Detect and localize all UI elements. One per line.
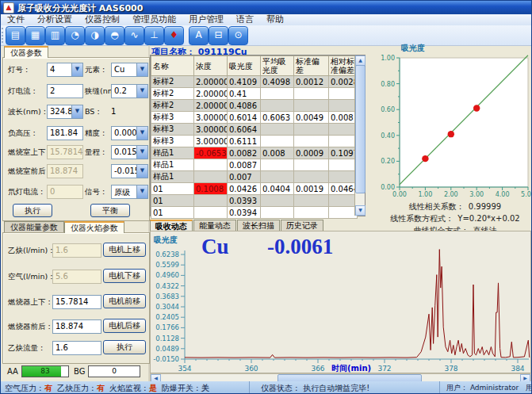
cell-concentration (194, 207, 228, 219)
cell-concentration: 3.00000 (194, 124, 228, 136)
table-row[interactable]: 标样33.000000.60140.60630.00490.008 (151, 112, 358, 124)
save-file-icon[interactable]: ▥ (45, 26, 65, 45)
menu-analysis-settings[interactable]: 分析设置 (31, 14, 78, 25)
user-status: 用户： Administrator 用户类型： Administrator (440, 381, 532, 394)
chevron-down-icon[interactable]: ▼ (136, 63, 147, 76)
param-row: 氘灯电流：0信号：原级▼ (3, 185, 149, 199)
param-combo[interactable]: 0.0150▼ (111, 145, 148, 159)
table-row[interactable]: 样品1-0.06530.00820.0080.00090.1097 (151, 147, 358, 159)
results-table[interactable]: 名称浓度吸光度平均吸光度标准偏差相对标准偏差标样22.000000.41090.… (151, 55, 358, 219)
flame-param-input[interactable]: 15.7814 (52, 295, 101, 309)
table-row[interactable]: 010.10080.04260.04040.00190.0464 (151, 183, 358, 195)
param-combo[interactable]: Cu▼ (111, 63, 148, 77)
chevron-down-icon[interactable]: ▼ (71, 105, 82, 118)
param-combo[interactable]: 0.2▼ (111, 84, 148, 98)
field-value: 4 (50, 65, 55, 74)
table-scroll-thumb[interactable] (355, 65, 366, 193)
menu-file[interactable]: 文件 (1, 14, 31, 25)
param-input[interactable]: 2 (47, 84, 83, 98)
status-flag-value: 是 (149, 384, 157, 392)
svg-text:-0.0150: -0.0150 (153, 355, 179, 363)
param-input: 15.7814 (47, 145, 83, 159)
param-label: 氘灯电流： (8, 187, 46, 197)
scroll-down-icon[interactable]: ▼ (355, 205, 366, 216)
table-row[interactable]: 标样22.000000.4086 (151, 100, 358, 112)
energy-meter-icon[interactable]: ◑ (85, 26, 105, 45)
param-combo[interactable]: -0.0150▼ (111, 164, 148, 178)
column-header[interactable]: 平均吸光度 (261, 56, 294, 76)
column-header[interactable]: 吸光度 (228, 56, 261, 76)
tab-energy-params[interactable]: 仪器能量参数 (4, 221, 64, 233)
table-row[interactable]: 标样33.000000.6064 (151, 124, 358, 136)
balance-button[interactable]: 平衡 (90, 204, 130, 217)
motor-button[interactable]: 电机前移 (103, 294, 146, 308)
menu-help[interactable]: 帮助 (260, 14, 290, 25)
tab-instrument-params[interactable]: 仪器参数 (4, 46, 48, 58)
svg-text:2.00: 2.00 (444, 191, 458, 197)
table-row[interactable]: 标样22.000000.41090.40980.00120.0028 (151, 76, 358, 88)
chevron-down-icon[interactable]: ▼ (136, 186, 147, 198)
tab-history[interactable]: 历史记录 (281, 220, 323, 231)
column-header[interactable]: 相对标准偏差 (329, 56, 358, 76)
param-combo[interactable]: 0.0000▼ (111, 126, 148, 140)
menu-bar: 文件分析设置仪器控制管理员功能用户管理语言帮助 (1, 14, 532, 25)
cell-std-dev: 0.0012 (294, 76, 329, 88)
table-row[interactable]: 样品10.007 (151, 171, 358, 183)
burner-align-icon[interactable]: ⊥ (144, 26, 164, 45)
table-row[interactable]: 标样33.000000.6111 (151, 136, 358, 147)
status-flag-label: 火焰监视： (109, 384, 149, 392)
new-file-icon[interactable]: ▤ (6, 26, 25, 45)
cell-name: 01 (151, 207, 194, 219)
param-combo[interactable]: 4▼ (47, 63, 83, 77)
tab-wavelength-scan[interactable]: 波长扫描 (237, 220, 280, 231)
column-header[interactable]: 标准偏差 (294, 56, 329, 76)
param-input[interactable]: 181.84 (47, 126, 83, 140)
table-row[interactable]: 标样22.000000.41 (151, 88, 358, 100)
motor-button[interactable]: 执行 (103, 340, 146, 354)
menu-instrument-control[interactable]: 仪器控制 (78, 14, 126, 25)
field-value: 15.7814 (50, 147, 82, 156)
column-header[interactable]: 名称 (151, 56, 194, 76)
motor-button[interactable]: 电机下移 (103, 269, 146, 283)
chevron-down-icon[interactable]: ▼ (136, 165, 147, 178)
chevron-down-icon[interactable]: ▼ (136, 146, 147, 159)
param-combo[interactable]: 原级▼ (111, 185, 148, 199)
open-file-icon[interactable]: ▦ (25, 26, 45, 45)
results-table-wrap: 名称浓度吸光度平均吸光度标准偏差相对标准偏差标样22.000000.41090.… (150, 55, 366, 216)
bottom-tabs: 吸收动态能量动态波长扫描历史记录 (150, 220, 324, 231)
table-row[interactable]: 样品10.0087 (151, 159, 358, 171)
tab-energy-dynamic[interactable]: 能量动态 (193, 220, 236, 231)
tab-absorption-dynamic[interactable]: 吸收动态 (150, 220, 193, 231)
field-value: 0 (50, 187, 55, 196)
column-header[interactable]: 浓度 (194, 56, 228, 76)
gain-meter-icon[interactable]: ◓ (105, 26, 124, 45)
menu-language[interactable]: 语言 (230, 14, 260, 25)
flame-param-input[interactable]: 1.6 (52, 341, 101, 355)
table-vertical-scrollbar[interactable]: ▲ ▼ (354, 55, 365, 216)
cell-absorbance: 0.0394 (228, 207, 261, 219)
chevron-down-icon[interactable]: ▼ (136, 85, 147, 98)
instrument-status: 仪器状态： 执行自动增益完毕! (250, 381, 440, 394)
execute-button[interactable]: 执行 (13, 204, 52, 217)
motor-button[interactable]: 电机后移 (103, 319, 146, 333)
flame-ignite-icon[interactable]: ♦ (164, 26, 184, 45)
tab-flame-params[interactable]: 仪器火焰参数 (64, 221, 124, 233)
power-icon[interactable]: ⊙ (228, 26, 248, 45)
lamp-meter-icon[interactable]: ◔ (65, 26, 85, 45)
motor-button[interactable]: 电机上移 (103, 243, 146, 257)
status-flag-value: 关 (201, 384, 209, 392)
lamp-position-icon[interactable]: ⊟ (209, 26, 228, 45)
menu-user-management[interactable]: 用户管理 (182, 14, 230, 25)
table-row[interactable]: 010.0394 (151, 207, 358, 219)
svg-text:0.1766: 0.1766 (155, 323, 179, 331)
trace-plot: 0.62380.55990.49600.43220.36830.30440.24… (151, 249, 530, 373)
field-value: 0.2 (114, 86, 127, 95)
table-row[interactable]: 010.0393 (151, 195, 358, 207)
chevron-down-icon[interactable]: ▼ (136, 127, 147, 140)
param-combo[interactable]: 324.8▼ (47, 105, 83, 119)
flame-param-input[interactable]: 18.874 (52, 319, 101, 334)
menu-admin-functions[interactable]: 管理员功能 (126, 14, 182, 25)
auto-zero-icon[interactable]: A (189, 26, 209, 45)
wavelength-scan-icon[interactable]: ∿ (124, 26, 144, 45)
chevron-down-icon[interactable]: ▼ (71, 63, 82, 76)
